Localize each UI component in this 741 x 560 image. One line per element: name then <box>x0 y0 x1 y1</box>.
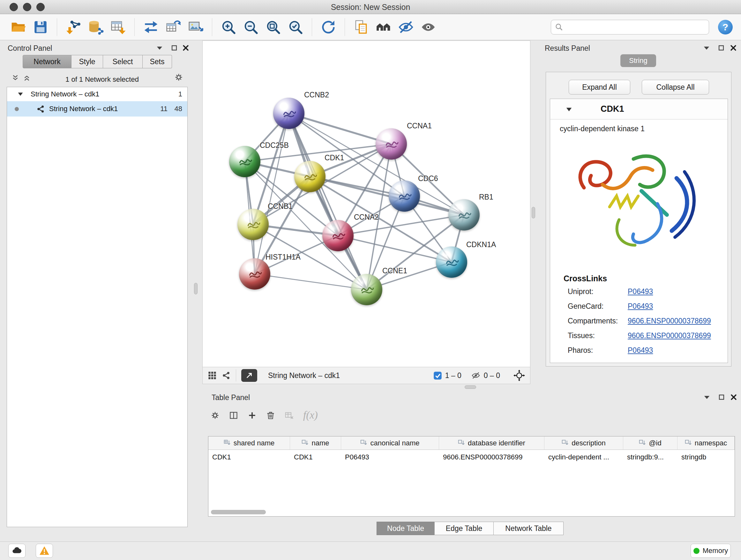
copy-button[interactable] <box>351 17 371 37</box>
import-network-from-database-button[interactable] <box>86 17 106 37</box>
horizontal-scrollbar-thumb[interactable] <box>211 510 266 514</box>
zoom-out-button[interactable] <box>241 17 261 37</box>
network-node-cdc6[interactable] <box>389 180 420 212</box>
tab-network[interactable]: Network <box>23 55 71 68</box>
column-label: database identifier <box>468 439 525 447</box>
column-label: namespac <box>695 439 727 447</box>
tab-network-table[interactable]: Network Table <box>493 522 563 535</box>
cell-id[interactable]: stringdb:9... <box>623 453 677 461</box>
control-panel-collapse-button[interactable] <box>155 44 164 52</box>
table-panel-float-button[interactable] <box>717 393 726 401</box>
grid-view-button[interactable] <box>208 371 217 380</box>
tab-sets[interactable]: Sets <box>143 55 172 68</box>
open-session-button[interactable] <box>8 17 28 37</box>
column-header-id[interactable]: @id <box>623 436 677 449</box>
refresh-layout-button[interactable] <box>319 17 338 37</box>
network-node-ccna2[interactable] <box>322 220 354 251</box>
search-input[interactable] <box>566 23 705 31</box>
show-all-button[interactable] <box>418 17 438 37</box>
save-session-button[interactable] <box>30 17 51 37</box>
cell-namespace[interactable]: stringdb <box>677 453 735 461</box>
detach-view-button[interactable] <box>241 369 257 382</box>
table-options-gear-button[interactable] <box>211 411 219 420</box>
import-network-from-file-button[interactable] <box>64 17 83 37</box>
network-node-ccnb1[interactable] <box>238 209 269 240</box>
hide-selection-button[interactable] <box>396 17 416 37</box>
control-panel-float-button[interactable] <box>170 44 179 52</box>
column-header-canonical-name[interactable]: canonical name <box>341 436 439 449</box>
horizontal-splitter-handle[interactable] <box>465 385 476 389</box>
memory-button[interactable]: Memory <box>690 544 731 558</box>
network-collection-row[interactable]: String Network – cdk1 1 <box>7 87 187 101</box>
cell-shared-name[interactable]: CDK1 <box>208 453 290 461</box>
collection-label: String Network – cdk1 <box>30 90 99 98</box>
export-image-button[interactable] <box>186 17 205 37</box>
control-panel-close-button[interactable] <box>181 44 190 52</box>
delete-column-button[interactable] <box>266 411 275 420</box>
new-network-from-selection-button[interactable] <box>163 17 183 37</box>
collapse-all-button[interactable]: Collapse All <box>642 80 709 95</box>
zoom-in-button[interactable] <box>219 17 239 37</box>
results-panel-close-button[interactable] <box>729 44 738 52</box>
collapse-all-networks-button[interactable] <box>11 73 20 82</box>
crosslink-link[interactable]: P06493 <box>628 287 653 296</box>
network-canvas[interactable]: CCNB2CCNA1CDC25BCDK1CDC6RB1CCNB1CCNA2CDK… <box>202 41 530 367</box>
table-panel-collapse-button[interactable] <box>702 393 711 401</box>
expand-all-networks-button[interactable] <box>22 73 31 82</box>
help-button[interactable]: ? <box>718 20 733 35</box>
tree-expander-icon[interactable] <box>17 91 23 98</box>
tab-node-table[interactable]: Node Table <box>377 522 434 535</box>
crosslink-link[interactable]: P06493 <box>628 302 653 311</box>
vertical-splitter-handle[interactable] <box>194 283 198 294</box>
network-node-ccnb2[interactable] <box>273 98 305 129</box>
fit-content-button[interactable] <box>263 17 283 37</box>
column-header-database-identifier[interactable]: database identifier <box>439 436 544 449</box>
table-row[interactable]: CDK1 CDK1 P06493 9606.ENSP00000378699 cy… <box>208 450 735 464</box>
column-header-name[interactable]: name <box>290 436 341 449</box>
add-column-button[interactable] <box>248 411 257 420</box>
network-node-cdk1[interactable] <box>294 161 326 192</box>
crosslink-link[interactable]: 9606.ENSP00000378699 <box>628 331 711 340</box>
new-network-button[interactable] <box>141 17 161 37</box>
zoom-selected-button[interactable] <box>286 17 306 37</box>
column-header-description[interactable]: description <box>544 436 623 449</box>
eye-slash-icon[interactable] <box>471 371 481 380</box>
column-header-namespace[interactable]: namespac <box>677 436 735 449</box>
column-header-shared-name[interactable]: shared name <box>208 436 290 449</box>
network-node-cdc25b[interactable] <box>229 146 260 177</box>
tab-edge-table[interactable]: Edge Table <box>434 522 494 535</box>
first-neighbors-button[interactable] <box>374 17 394 37</box>
table-panel-close-button[interactable] <box>729 393 738 401</box>
results-panel-collapse-button[interactable] <box>702 44 711 52</box>
pan-crosshair-button[interactable] <box>514 370 525 381</box>
crosslink-link[interactable]: 9606.ENSP00000378699 <box>628 317 711 325</box>
results-panel-float-button[interactable] <box>717 44 726 52</box>
cell-canonical-name[interactable]: P06493 <box>341 453 439 461</box>
cell-database-identifier[interactable]: 9606.ENSP00000378699 <box>439 453 544 461</box>
chevron-down-icon[interactable] <box>565 106 572 113</box>
protein-glyph-icon <box>393 185 415 207</box>
network-options-gear-button[interactable] <box>174 73 183 82</box>
cloud-status-button[interactable] <box>8 544 25 558</box>
tab-select[interactable]: Select <box>103 55 143 68</box>
network-node-rb1[interactable] <box>448 199 480 231</box>
results-tab-string[interactable]: String <box>620 54 656 67</box>
cell-description[interactable]: cyclin-dependent ... <box>544 453 623 461</box>
crosslink-link[interactable]: P06493 <box>628 346 653 355</box>
toolbar-separator <box>236 369 236 381</box>
warnings-button[interactable] <box>36 544 53 558</box>
tab-style[interactable]: Style <box>71 55 103 68</box>
network-node-ccna1[interactable] <box>376 128 407 160</box>
network-overview-button[interactable] <box>222 371 231 380</box>
gene-card-header[interactable]: CDK1 <box>550 99 728 119</box>
expand-all-button[interactable]: Expand All <box>569 80 630 95</box>
checkbox-icon[interactable] <box>433 371 442 380</box>
import-table-from-file-button[interactable] <box>108 17 128 37</box>
show-columns-button[interactable] <box>229 411 238 420</box>
network-row-selected[interactable]: String Network – cdk1 11 48 <box>7 101 187 117</box>
network-node-hist1h1a[interactable] <box>239 258 270 290</box>
cell-name[interactable]: CDK1 <box>290 453 341 461</box>
network-node-cdkn1a[interactable] <box>436 246 467 278</box>
network-node-ccne1[interactable] <box>351 274 382 305</box>
results-splitter-handle[interactable] <box>532 207 535 219</box>
